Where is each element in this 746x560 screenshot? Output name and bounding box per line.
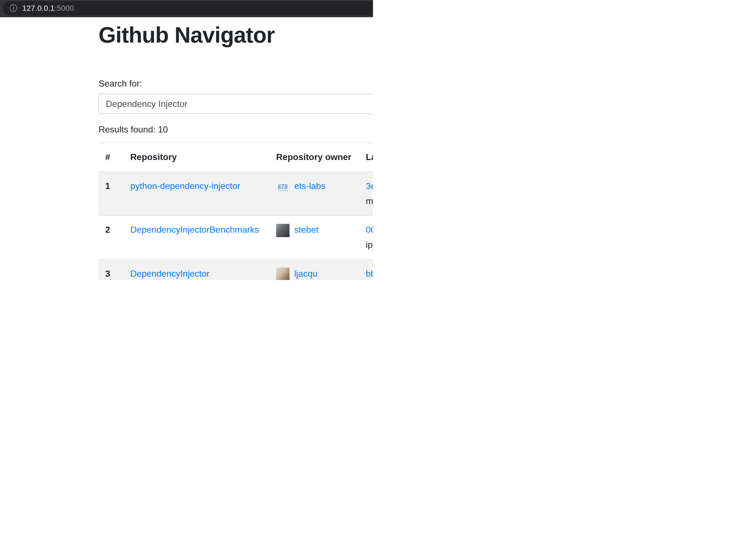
repo-link[interactable]: python-dependency-injector bbox=[130, 181, 240, 191]
results-count: Results found: 10 bbox=[98, 124, 373, 135]
table-row: 2 DependencyInjectorBenchmarks stebet 00… bbox=[98, 215, 373, 259]
repo-cell: DependencyInjectorBenchmarks bbox=[123, 215, 269, 259]
commit-hash-link[interactable]: 00d2b3c7e76935d76f25ee50f6d1f2ef6ddce131 bbox=[366, 225, 373, 235]
browser-toolbar: ⓘ 127.0.0.1:5000 ☆ bbox=[0, 0, 373, 17]
browser-window: ⓘ 127.0.0.1:5000 ☆ Github Navigator Sear… bbox=[0, 0, 373, 280]
column-header-owner: Repository owner bbox=[269, 143, 359, 172]
commit-hash-link[interactable]: 3ee629eb5d7349d55f41b119aff81dd219071a01 bbox=[366, 181, 373, 191]
page-content: Github Navigator Search for: Limit: 10 R… bbox=[98, 22, 373, 280]
owner-cell: ETS ets-labs bbox=[269, 172, 359, 216]
owner-link[interactable]: ljacqu bbox=[294, 269, 318, 278]
search-form: Search for: Limit: 10 bbox=[98, 79, 373, 114]
repo-cell: DependencyInjector bbox=[123, 259, 269, 280]
search-label: Search for: bbox=[98, 79, 373, 89]
repo-cell: python-dependency-injector bbox=[123, 172, 269, 216]
owner-link[interactable]: stebet bbox=[294, 225, 318, 235]
owner-avatar: ETS bbox=[276, 180, 289, 193]
row-number: 2 bbox=[98, 215, 123, 259]
commit-hash-link[interactable]: bb45d9e3b98608047190bf72a95fa9a37d8c4e9e bbox=[366, 269, 373, 278]
info-circle-icon[interactable]: ⓘ bbox=[9, 4, 17, 12]
column-header-repository: Repository bbox=[123, 143, 269, 172]
commit-cell: 00d2b3c7e76935d76f25ee50f6d1f2ef6ddce131… bbox=[359, 215, 373, 259]
repo-link[interactable]: DependencyInjector bbox=[130, 269, 210, 278]
address-bar[interactable]: ⓘ 127.0.0.1:5000 ☆ bbox=[3, 1, 373, 16]
search-field-group: Search for: bbox=[98, 79, 373, 114]
row-number: 1 bbox=[98, 172, 123, 216]
search-input[interactable] bbox=[98, 94, 373, 114]
commit-cell: bb45d9e3b98608047190bf72a95fa9a37d8c4e9e… bbox=[359, 259, 373, 280]
owner-link[interactable]: ets-labs bbox=[294, 181, 325, 191]
header-row: # Repository Repository owner Last commi… bbox=[98, 143, 373, 172]
url-host: 127.0.0.1 bbox=[22, 4, 55, 13]
owner-cell: stebet bbox=[269, 215, 359, 259]
column-header-commit: Last commit bbox=[359, 143, 373, 172]
page-title: Github Navigator bbox=[98, 22, 373, 49]
repo-link[interactable]: DependencyInjectorBenchmarks bbox=[130, 225, 259, 235]
results-table-head: # Repository Repository owner Last commi… bbox=[98, 143, 373, 172]
table-row: 3 DependencyInjector ljacqu bb45d9e3b986… bbox=[98, 259, 373, 280]
table-row: 1 python-dependency-injector ETS ets-lab… bbox=[98, 172, 373, 216]
owner-avatar bbox=[276, 267, 289, 280]
url-port: :5000 bbox=[55, 4, 74, 13]
owner-cell: ljacqu bbox=[269, 259, 359, 280]
results-table-body: 1 python-dependency-injector ETS ets-lab… bbox=[98, 172, 373, 280]
owner-avatar bbox=[276, 224, 289, 237]
commit-cell: 3ee629eb5d7349d55f41b119aff81dd219071a01… bbox=[359, 172, 373, 216]
column-header-num: # bbox=[98, 143, 123, 172]
results-table: # Repository Repository owner Last commi… bbox=[98, 143, 373, 280]
row-number: 3 bbox=[98, 259, 123, 280]
